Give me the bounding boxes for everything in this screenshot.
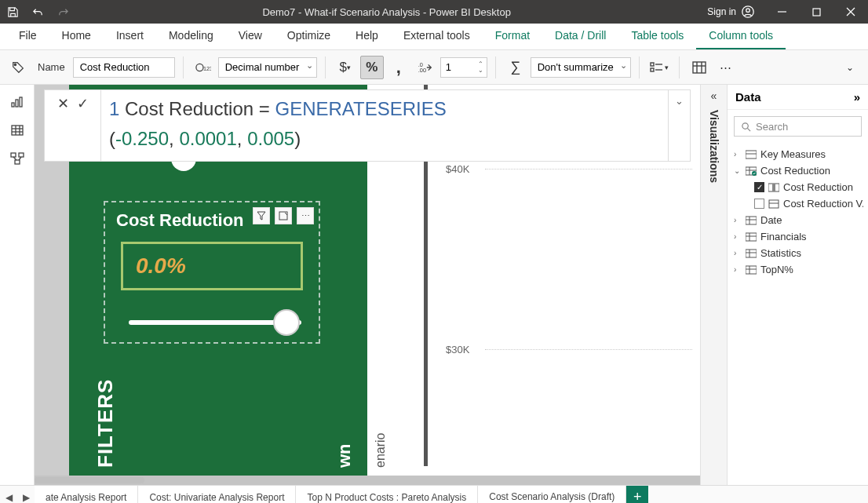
data-category-button[interactable]: ▾	[647, 56, 671, 79]
canvas-hscrollbar[interactable]	[35, 476, 700, 485]
field-cost-reduction-table[interactable]: ⌄Cost Reduction	[732, 162, 863, 179]
formula-editor[interactable]: 1 Cost Reduction = GENERATESERIES (-0.25…	[101, 90, 668, 161]
tab-format[interactable]: Format	[483, 23, 542, 49]
page-tab-3[interactable]: Cost Scenario Analysis (Draft)	[478, 486, 626, 503]
expand-visualizations-icon[interactable]: «	[711, 89, 717, 102]
table-icon	[746, 216, 757, 225]
main-body: ⋯ Cost Reduction 0.0% FILTERS wn $40K $3…	[0, 85, 868, 485]
add-page-button[interactable]: +	[626, 486, 648, 503]
summarize-dropdown[interactable]: Don't summarize	[531, 57, 631, 78]
thousands-separator-button[interactable]: ,	[387, 56, 410, 79]
more-options-icon[interactable]: ⋯	[297, 207, 314, 224]
column-name-input[interactable]	[73, 57, 175, 78]
enario-label: enario	[374, 433, 388, 468]
tab-file[interactable]: File	[6, 23, 49, 49]
svg-point-32	[742, 122, 748, 128]
sort-by-column-button[interactable]	[687, 56, 711, 79]
redo-icon[interactable]	[50, 0, 75, 24]
field-date[interactable]: ›Date	[732, 212, 863, 228]
percent-format-button[interactable]: %	[360, 56, 384, 79]
tag-icon	[6, 56, 30, 79]
report-canvas-wrap: ⋯ Cost Reduction 0.0% FILTERS wn $40K $3…	[35, 85, 700, 485]
datatype-dropdown[interactable]: Decimal number	[218, 57, 317, 78]
left-view-rail	[0, 85, 35, 485]
save-icon[interactable]	[0, 0, 25, 24]
table-icon	[746, 265, 757, 275]
chart-gridline-1	[485, 169, 692, 169]
page-tab-1[interactable]: Cost: Univariate Analysis Report	[138, 486, 296, 503]
data-search-input[interactable]: Search	[734, 116, 862, 137]
tabs-scroll-right[interactable]: ▶	[17, 486, 35, 503]
formula-cancel-icon[interactable]: ✕	[57, 95, 69, 112]
measure-group-icon	[746, 150, 757, 159]
field-topn[interactable]: ›TopN%	[732, 261, 863, 278]
tab-optimize[interactable]: Optimize	[275, 23, 343, 49]
tab-column-tools[interactable]: Column tools	[696, 23, 786, 49]
more-button[interactable]: ⋯	[714, 56, 738, 79]
focus-icon[interactable]	[275, 207, 292, 224]
sigma-icon: ∑	[504, 56, 527, 79]
name-label: Name	[38, 61, 65, 73]
page-tabs: ◀ ▶ ate Analysis Report Cost: Univariate…	[0, 485, 868, 503]
svg-rect-27	[19, 153, 24, 157]
page-tab-0[interactable]: ate Analysis Report	[35, 486, 138, 503]
data-pane: Data » Search ›Key Measures ⌄Cost Reduct…	[727, 85, 868, 485]
field-key-measures[interactable]: ›Key Measures	[732, 146, 863, 162]
decimals-spinner[interactable]: 1⌃⌄	[440, 57, 487, 78]
signin-button[interactable]: Sign in	[698, 5, 764, 19]
formula-commit-icon[interactable]: ✓	[77, 95, 89, 112]
field-financials[interactable]: ›Financials	[732, 228, 863, 245]
currency-format-button[interactable]: $▾	[334, 56, 357, 79]
report-view-button[interactable]	[3, 89, 31, 115]
svg-text:123: 123	[203, 64, 211, 71]
svg-rect-44	[746, 217, 757, 224]
collapse-ribbon-button[interactable]: ⌄	[838, 56, 862, 79]
svg-rect-20	[20, 97, 22, 107]
close-button[interactable]	[833, 0, 868, 24]
cost-card-title: Cost Reduction	[116, 210, 244, 231]
measure-icon	[768, 199, 779, 209]
column-icon	[768, 183, 779, 192]
data-fields-tree: ›Key Measures ⌄Cost Reduction ✓Cost Redu…	[728, 143, 868, 281]
field-checkbox-unchecked[interactable]	[754, 199, 764, 209]
visualizations-pane-collapsed[interactable]: « Visualizations	[700, 85, 727, 485]
tab-insert[interactable]: Insert	[104, 23, 156, 49]
field-cost-reduction-column[interactable]: ✓Cost Reduction	[732, 179, 863, 195]
undo-icon[interactable]	[25, 0, 50, 24]
svg-rect-26	[11, 153, 16, 157]
tab-help[interactable]: Help	[343, 23, 391, 49]
tab-view[interactable]: View	[226, 23, 275, 49]
datatype-icon[interactable]: 123	[191, 56, 215, 79]
tabs-scroll-left[interactable]: ◀	[0, 486, 17, 503]
svg-point-6	[14, 64, 16, 65]
tab-modeling[interactable]: Modeling	[156, 23, 226, 49]
model-view-button[interactable]	[3, 146, 31, 171]
field-cost-reduction-value[interactable]: Cost Reduction V...	[732, 195, 863, 212]
data-pane-collapse-icon[interactable]: »	[854, 90, 860, 104]
svg-point-1	[746, 9, 750, 13]
formula-expand-icon[interactable]: ⌄	[668, 90, 690, 161]
cost-slider-thumb[interactable]	[273, 309, 300, 336]
tab-external-tools[interactable]: External tools	[391, 23, 483, 49]
svg-rect-41	[772, 184, 775, 191]
svg-rect-21	[12, 126, 23, 135]
tab-home[interactable]: Home	[49, 23, 104, 49]
svg-rect-19	[16, 100, 18, 107]
data-view-button[interactable]	[3, 118, 31, 143]
field-checkbox-checked[interactable]: ✓	[754, 182, 764, 192]
maximize-button[interactable]	[799, 0, 833, 24]
hscroll-thumb[interactable]	[35, 477, 144, 483]
minimize-button[interactable]	[764, 0, 799, 24]
field-statistics[interactable]: ›Statistics	[732, 245, 863, 261]
svg-rect-53	[746, 266, 757, 274]
cost-card-value: 0.0%	[121, 242, 303, 290]
page-tab-2[interactable]: Top N Product Costs : Pareto Analysis	[296, 486, 478, 503]
search-icon	[741, 122, 751, 132]
tab-data-drill[interactable]: Data / Drill	[542, 23, 618, 49]
cost-reduction-visual[interactable]: ⋯ Cost Reduction 0.0%	[104, 201, 320, 344]
svg-rect-28	[15, 160, 20, 164]
tab-table-tools[interactable]: Table tools	[618, 23, 696, 49]
decimal-format-button[interactable]: .0.00	[414, 56, 437, 79]
filter-icon[interactable]	[253, 207, 270, 224]
table-icon	[746, 166, 757, 176]
